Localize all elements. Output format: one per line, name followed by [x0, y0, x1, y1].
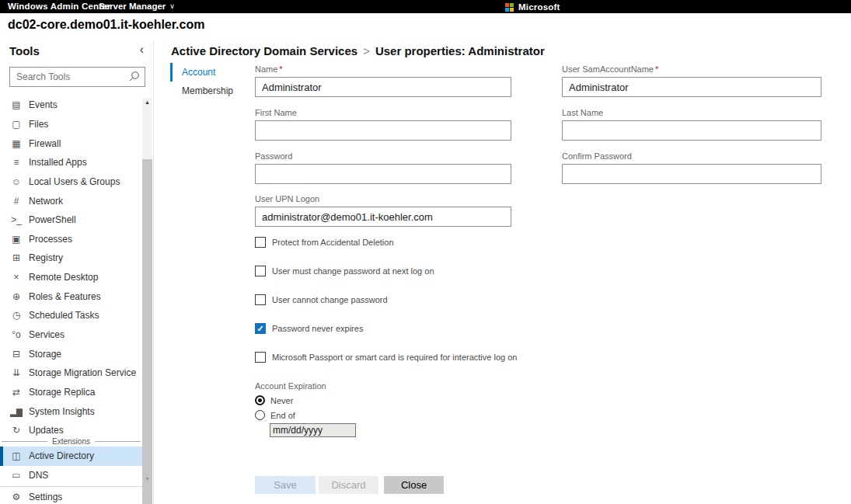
sidebar-item-registry[interactable]: ⊞Registry [0, 249, 142, 268]
radio-label: End of [270, 411, 295, 420]
save-button[interactable]: Save [255, 476, 316, 494]
checkbox-checked-icon[interactable] [255, 323, 266, 334]
sidebar-item-remote-desktop[interactable]: ×Remote Desktop [0, 268, 142, 287]
sidebar-item-events[interactable]: ▤Events [0, 96, 142, 115]
logo-square-green [510, 3, 514, 7]
breadcrumb-parent[interactable]: Active Directory Domain Services [171, 44, 357, 57]
sidebar-item-active-directory[interactable]: ◫Active Directory [0, 447, 142, 466]
checkbox-must-change-password[interactable]: User must change password at next log on [255, 266, 434, 276]
search-input[interactable] [9, 67, 145, 87]
sidebar-item-label: Scheduled Tasks [29, 310, 99, 321]
powershell-icon: >_ [10, 214, 23, 225]
checkbox-icon[interactable] [255, 294, 266, 305]
microsoft-logo: Microsoft [505, 2, 560, 12]
settings-gear-icon: ⚙ [10, 492, 23, 502]
checkbox-cannot-change-password[interactable]: User cannot change password [255, 294, 388, 305]
microsoft-logo-icon [505, 3, 514, 12]
checkbox-icon[interactable] [255, 266, 266, 276]
server-manager-menu[interactable]: Server Manager∨ [99, 0, 175, 14]
sidebar-item-files[interactable]: ▢Files [0, 115, 142, 134]
checkbox-passport-smartcard-required[interactable]: Microsoft Passport or smart card is requ… [255, 352, 517, 363]
remote-desktop-icon: × [10, 272, 23, 283]
storage-replica-icon: ⇄ [10, 387, 23, 398]
files-icon: ▢ [10, 119, 23, 130]
field-label: Name* [255, 64, 511, 74]
sidebar-item-settings[interactable]: ⚙Settings [0, 488, 142, 504]
tools-list: ▤Events ▢Files ▦Firewall ≡Installed Apps… [0, 96, 142, 440]
sidebar-scrollbar-thumb[interactable] [142, 159, 152, 504]
sidebar-item-roles-features[interactable]: ⊕Roles & Features [0, 287, 142, 306]
expiration-date-input[interactable] [270, 423, 356, 437]
sidebar-item-label: PowerShell [29, 214, 76, 225]
breadcrumb-current: User properties: Administrator [375, 44, 545, 57]
close-button[interactable]: Close [384, 476, 444, 494]
checkbox-label: Password never expires [272, 324, 363, 333]
microsoft-brand-text: Microsoft [518, 2, 560, 12]
sidebar-item-label: Remote Desktop [29, 272, 98, 283]
tab-account[interactable]: Account [170, 63, 233, 82]
services-icon: °o [10, 329, 23, 340]
tab-membership[interactable]: Membership [170, 82, 233, 100]
sidebar-item-label: Registry [29, 252, 63, 263]
sidebar-item-label: Active Directory [29, 450, 94, 461]
sidebar-item-system-insights[interactable]: ▂▆System Insights [0, 401, 142, 421]
active-directory-icon: ◫ [10, 450, 23, 461]
last-name-input[interactable] [562, 120, 821, 141]
sidebar-item-storage[interactable]: ⊟Storage [0, 344, 142, 363]
discard-button[interactable]: Discard [319, 476, 378, 494]
firewall-icon: ▦ [10, 138, 23, 149]
sidebar-item-scheduled-tasks[interactable]: ◷Scheduled Tasks [0, 306, 142, 325]
checkbox-icon[interactable] [255, 237, 266, 248]
sidebar-item-installed-apps[interactable]: ≡Installed Apps [0, 153, 142, 172]
sidebar-item-local-users-groups[interactable]: ☺Local Users & Groups [0, 172, 142, 192]
top-app-bar: Windows Admin Center Server Manager∨ Mic… [0, 0, 851, 13]
password-input[interactable] [255, 164, 511, 184]
sidebar-item-label: Updates [29, 425, 64, 436]
field-first-name: First Name [255, 108, 511, 141]
sidebar-item-dns[interactable]: ▭DNS [0, 466, 142, 485]
scroll-down-icon[interactable]: ▼ [142, 474, 152, 484]
events-icon: ▤ [10, 99, 23, 110]
divider-line [95, 441, 141, 442]
sidebar-item-services[interactable]: °oServices [0, 325, 142, 345]
radio-selected-icon[interactable] [255, 395, 265, 405]
sidebar-item-network[interactable]: #Network [0, 191, 142, 210]
sidebar-item-powershell[interactable]: >_PowerShell [0, 210, 142, 230]
required-asterisk: * [279, 64, 282, 74]
scroll-up-icon[interactable]: ▲ [142, 98, 152, 107]
logo-square-blue [505, 8, 509, 12]
form-actions: Save Discard Close [255, 476, 444, 494]
confirm-password-input[interactable] [562, 164, 821, 184]
sidebar-item-label: Network [29, 196, 63, 207]
sidebar-item-label: Events [29, 99, 58, 110]
sidebar-item-label: Settings [29, 492, 62, 502]
extensions-divider-label: Extensions [52, 437, 90, 446]
sidebar-item-label: Storage Migration Service [29, 367, 136, 378]
radio-never[interactable]: Never [255, 395, 293, 405]
tools-search [9, 67, 145, 87]
radio-icon[interactable] [255, 410, 265, 420]
divider-line [2, 441, 47, 442]
tab-label: Membership [182, 85, 233, 96]
tools-panel-title: Tools [9, 44, 40, 57]
roles-features-icon: ⊕ [10, 291, 23, 302]
sidebar-item-storage-migration-service[interactable]: ⇊Storage Migration Service [0, 363, 142, 383]
checkbox-protect-accidental-deletion[interactable]: Protect from Accidental Deletion [255, 237, 394, 248]
sidebar-item-label: Processes [29, 234, 72, 245]
sidebar-item-label: Storage Replica [29, 387, 95, 398]
radio-end-of[interactable]: End of [255, 410, 295, 420]
chevron-down-icon: ∨ [169, 2, 175, 10]
sidebar-item-firewall[interactable]: ▦Firewall [0, 134, 142, 153]
logo-square-yellow [510, 8, 514, 12]
sidebar-item-storage-replica[interactable]: ⇄Storage Replica [0, 383, 142, 402]
checkbox-icon[interactable] [255, 352, 266, 363]
sidebar-item-processes[interactable]: ▣Processes [0, 229, 142, 249]
first-name-input[interactable] [255, 120, 511, 141]
name-input[interactable] [255, 77, 511, 97]
field-label-text: User UPN Logon [255, 194, 319, 203]
upn-logon-input[interactable] [255, 207, 511, 227]
collapse-sidebar-icon[interactable]: ‹ [140, 43, 144, 56]
sam-account-name-input[interactable] [562, 77, 821, 97]
field-last-name: Last Name [562, 108, 821, 141]
checkbox-password-never-expires[interactable]: Password never expires [255, 323, 363, 334]
